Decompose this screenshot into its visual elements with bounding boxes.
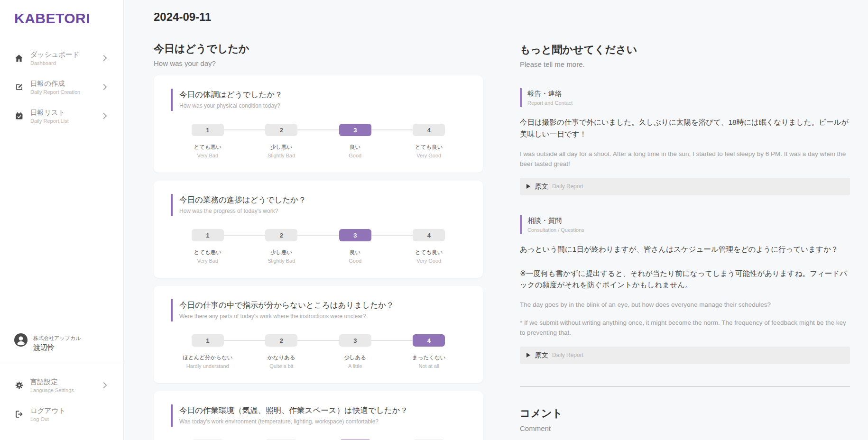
comment-divider	[520, 386, 850, 386]
sidebar-item-daily-report-list[interactable]: 日報リスト Daily Report List	[0, 101, 123, 130]
sidebar: KABETORI ダッシュボード Dashboard 日報の作成	[0, 0, 123, 440]
nav-label-en: Daily Report List	[30, 118, 103, 124]
sidebar-item-language-settings[interactable]: 言語設定 Language Settings	[0, 371, 123, 400]
comment-section: コメント Comment	[520, 406, 850, 432]
rating-option: 4 とても良い Very Good	[392, 124, 466, 158]
nav-label-en: Log Out	[30, 416, 107, 422]
question-header: 今日の業務の進捗はどうでしたか？ How was the progress of…	[171, 194, 466, 216]
option-label-en: Quite a bit	[269, 363, 293, 369]
rating-button-1[interactable]: 1	[192, 334, 224, 347]
question-title-ja: 今日の体調はどうでしたか？	[179, 90, 466, 100]
rating-button-3[interactable]: 3	[339, 334, 371, 347]
rating-scale: 1 とても悪い Very Bad 2 少し悪い Slightly Bad 3 良…	[171, 229, 466, 264]
rating-button-1[interactable]: 1	[192, 124, 224, 136]
edit-icon	[14, 83, 24, 91]
sidebar-divider	[0, 362, 123, 362]
feedback-title-ja: もっと聞かせてください	[520, 43, 850, 57]
sidebar-nav: ダッシュボード Dashboard 日報の作成 Daily Report Cre…	[0, 44, 123, 130]
option-label-ja: 少し悪い	[270, 144, 293, 151]
main-content: 2024-09-11 今日はどうでしたか How was your day? 今…	[123, 0, 868, 440]
rating-button-2[interactable]: 2	[265, 229, 297, 241]
nav-label-ja: ダッシュボード	[30, 50, 103, 59]
option-label-ja: とても悪い	[194, 249, 222, 256]
sidebar-item-logout[interactable]: ログアウト Log Out	[0, 400, 123, 429]
section-title-en: Report and Contact	[527, 100, 850, 106]
rating-option: 1 とても悪い Very Bad	[171, 124, 245, 158]
question-card-work-environment: 今日の作業環境（気温、照明、作業スペース）は快適でしたか？ Was today'…	[154, 391, 483, 440]
question-header: 今日の体調はどうでしたか？ How was your physical cond…	[171, 89, 466, 111]
section-body-ja: 今日は撮影の仕事で外にいました。久しぶりに太陽を浴びて、18時には眠くなりました…	[520, 117, 850, 140]
rating-button-3[interactable]: 3	[339, 229, 371, 241]
section-title-en: Consultation / Questions	[527, 227, 850, 233]
home-icon	[14, 54, 24, 63]
survey-title-ja: 今日はどうでしたか	[154, 42, 483, 56]
source-label-en: Daily Report	[552, 183, 583, 190]
question-card-unclear-instructions: 今日の仕事の中で指示が分からないところはありましたか？ Were there a…	[154, 286, 483, 383]
rating-scale: 1 ほとんど分からない Hardly understand 2 かなりある Qu…	[171, 334, 466, 369]
paragraph-ja: 今日は撮影の仕事で外にいました。久しぶりに太陽を浴びて、18時には眠くなりました…	[520, 117, 850, 140]
feedback-title: もっと聞かせてください Please tell me more.	[520, 43, 850, 68]
paragraph-en: * If we submit without writing anything …	[520, 318, 850, 338]
option-label-en: Hardly understand	[186, 363, 229, 369]
option-label-en: Very Good	[416, 153, 441, 158]
option-label-en: Good	[349, 153, 361, 158]
question-title-en: Was today's work environment (temperatur…	[179, 418, 466, 425]
nav-label-ja: 言語設定	[30, 377, 103, 386]
nav-label-ja: 日報リスト	[30, 108, 103, 117]
option-label-ja: とても良い	[415, 249, 443, 256]
rating-button-2[interactable]: 2	[265, 124, 297, 136]
rating-button-4[interactable]: 4	[413, 124, 445, 136]
nav-label-en: Dashboard	[30, 60, 103, 66]
app-logo: KABETORI	[0, 10, 123, 27]
source-label-en: Daily Report	[552, 352, 583, 358]
rating-button-1[interactable]: 1	[192, 229, 224, 241]
rating-option: 2 少し悪い Slightly Bad	[245, 229, 319, 264]
feedback-column: もっと聞かせてください Please tell me more. 報告・連絡 R…	[520, 10, 850, 440]
user-info: 株式会社アップカル 渡辺怜	[0, 333, 123, 352]
option-label-ja: かなりある	[268, 354, 295, 361]
nav-label-ja: 日報の作成	[30, 79, 103, 88]
rating-button-4[interactable]: 4	[413, 229, 445, 241]
section-header: 相談・質問 Consultation / Questions	[520, 215, 850, 234]
paragraph-en: The day goes by in the blink of an eye, …	[520, 300, 850, 310]
rating-option: 2 少し悪い Slightly Bad	[245, 124, 319, 158]
source-toggle[interactable]: 原文 Daily Report	[520, 178, 850, 195]
question-title-en: How was the progress of today's work?	[179, 208, 466, 214]
rating-button-4[interactable]: 4	[413, 334, 445, 347]
paragraph-ja: ※一度何も書かずに提出すると、それが当たり前になってしまう可能性がありますね。フ…	[520, 268, 850, 292]
rating-option: 4 とても良い Very Good	[392, 229, 466, 264]
logout-icon	[14, 410, 24, 418]
sidebar-item-daily-report-creation[interactable]: 日報の作成 Daily Report Creation	[0, 73, 123, 101]
sidebar-item-dashboard[interactable]: ダッシュボード Dashboard	[0, 44, 123, 73]
rating-option: 1 とても悪い Very Bad	[171, 229, 245, 264]
option-label-en: A little	[348, 363, 362, 369]
comment-title-en: Comment	[520, 424, 850, 432]
question-title-en: Were there any parts of today's work whe…	[179, 313, 466, 320]
source-label-ja: 原文	[535, 351, 548, 360]
option-label-en: Slightly Bad	[268, 153, 295, 158]
section-title-ja: 報告・連絡	[527, 89, 850, 98]
survey-title: 今日はどうでしたか How was your day?	[154, 42, 483, 67]
chevron-right-icon	[103, 55, 107, 61]
rating-option: 3 少しある A little	[318, 334, 392, 369]
rating-option: 3 良い Good	[318, 229, 392, 264]
source-label-ja: 原文	[535, 182, 548, 191]
rating-button-2[interactable]: 2	[265, 334, 297, 347]
section-consultation-questions: 相談・質問 Consultation / Questions あっという間に1日…	[520, 215, 850, 364]
user-name: 渡辺怜	[33, 343, 81, 352]
option-label-ja: ほとんど分からない	[183, 354, 233, 361]
rating-button-3[interactable]: 3	[339, 124, 371, 136]
source-toggle[interactable]: 原文 Daily Report	[520, 347, 850, 364]
option-label-en: Very Bad	[197, 153, 218, 158]
section-report-and-contact: 報告・連絡 Report and Contact 今日は撮影の仕事で外にいました…	[520, 88, 850, 195]
option-label-en: Slightly Bad	[268, 258, 295, 264]
survey-column: 2024-09-11 今日はどうでしたか How was your day? 今…	[154, 10, 483, 440]
chevron-right-icon	[103, 84, 107, 90]
expand-arrow-icon	[526, 353, 530, 358]
section-body-en: The day goes by in the blink of an eye, …	[520, 300, 850, 338]
survey-title-en: How was your day?	[154, 59, 483, 67]
section-body-ja: あっという間に1日が終わりますが、皆さんはスケジュール管理をどのように行っていま…	[520, 244, 850, 291]
rating-option: 3 良い Good	[318, 124, 392, 158]
report-date: 2024-09-11	[154, 10, 483, 24]
chevron-right-icon	[103, 113, 107, 119]
